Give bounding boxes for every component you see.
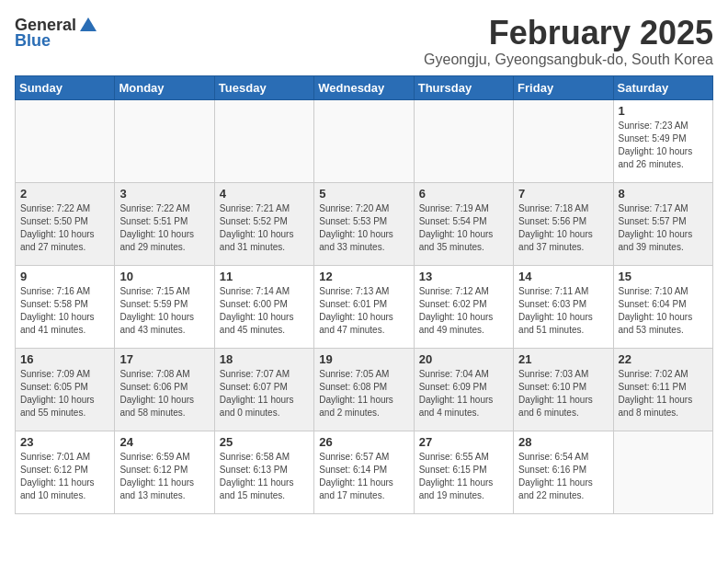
calendar-week-row: 1Sunrise: 7:23 AM Sunset: 5:49 PM Daylig… <box>16 99 713 182</box>
calendar-day-cell: 23Sunrise: 7:01 AM Sunset: 6:12 PM Dayli… <box>16 431 115 513</box>
calendar-week-row: 9Sunrise: 7:16 AM Sunset: 5:58 PM Daylig… <box>16 265 713 348</box>
calendar-day-cell: 21Sunrise: 7:03 AM Sunset: 6:10 PM Dayli… <box>514 348 613 431</box>
calendar-day-cell: 1Sunrise: 7:23 AM Sunset: 5:49 PM Daylig… <box>613 99 712 182</box>
day-info: Sunrise: 6:54 AM Sunset: 6:16 PM Dayligh… <box>518 451 608 502</box>
calendar-table: SundayMondayTuesdayWednesdayThursdayFrid… <box>15 75 713 514</box>
day-info: Sunrise: 7:01 AM Sunset: 6:12 PM Dayligh… <box>20 451 109 502</box>
day-number: 15 <box>619 270 708 283</box>
day-info: Sunrise: 7:02 AM Sunset: 6:11 PM Dayligh… <box>619 368 708 419</box>
location-subtitle: Gyeongju, Gyeongsangbuk-do, South Korea <box>424 52 713 68</box>
calendar-day-cell <box>414 99 513 182</box>
day-info: Sunrise: 7:09 AM Sunset: 6:05 PM Dayligh… <box>20 368 109 419</box>
logo-icon <box>78 15 98 35</box>
day-info: Sunrise: 7:16 AM Sunset: 5:58 PM Dayligh… <box>20 285 109 337</box>
day-info: Sunrise: 7:20 AM Sunset: 5:53 PM Dayligh… <box>319 202 408 254</box>
day-number: 13 <box>419 270 508 283</box>
day-number: 5 <box>319 187 408 201</box>
calendar-day-cell: 19Sunrise: 7:05 AM Sunset: 6:08 PM Dayli… <box>314 348 414 431</box>
calendar-day-cell <box>314 99 414 182</box>
calendar-day-cell: 24Sunrise: 6:59 AM Sunset: 6:12 PM Dayli… <box>115 431 214 513</box>
weekday-header-thursday: Thursday <box>414 75 513 99</box>
day-info: Sunrise: 7:23 AM Sunset: 5:49 PM Dayligh… <box>619 120 708 171</box>
day-number: 18 <box>220 352 309 366</box>
calendar-day-cell <box>115 99 214 182</box>
day-info: Sunrise: 7:18 AM Sunset: 5:56 PM Dayligh… <box>518 202 608 254</box>
page-header: General Blue February 2025 Gyeongju, Gye… <box>15 15 713 68</box>
calendar-day-cell: 28Sunrise: 6:54 AM Sunset: 6:16 PM Dayli… <box>514 431 613 513</box>
calendar-day-cell: 4Sunrise: 7:21 AM Sunset: 5:52 PM Daylig… <box>214 182 313 265</box>
day-number: 20 <box>419 352 508 366</box>
day-number: 4 <box>220 187 309 201</box>
calendar-day-cell: 10Sunrise: 7:15 AM Sunset: 5:59 PM Dayli… <box>115 265 214 348</box>
calendar-day-cell: 9Sunrise: 7:16 AM Sunset: 5:58 PM Daylig… <box>16 265 115 348</box>
day-number: 11 <box>220 270 309 283</box>
day-number: 19 <box>319 352 408 366</box>
calendar-day-cell: 6Sunrise: 7:19 AM Sunset: 5:54 PM Daylig… <box>414 182 513 265</box>
weekday-header-sunday: Sunday <box>16 75 115 99</box>
weekday-header-wednesday: Wednesday <box>314 75 414 99</box>
calendar-day-cell: 8Sunrise: 7:17 AM Sunset: 5:57 PM Daylig… <box>613 182 712 265</box>
logo-blue-text: Blue <box>15 31 51 51</box>
calendar-day-cell <box>613 431 712 513</box>
calendar-day-cell: 14Sunrise: 7:11 AM Sunset: 6:03 PM Dayli… <box>514 265 613 348</box>
calendar-day-cell: 3Sunrise: 7:22 AM Sunset: 5:51 PM Daylig… <box>115 182 214 265</box>
weekday-header-tuesday: Tuesday <box>214 75 313 99</box>
day-number: 22 <box>619 352 708 366</box>
weekday-header-friday: Friday <box>514 75 613 99</box>
day-info: Sunrise: 6:58 AM Sunset: 6:13 PM Dayligh… <box>220 451 309 502</box>
weekday-header-saturday: Saturday <box>613 75 712 99</box>
day-info: Sunrise: 6:59 AM Sunset: 6:12 PM Dayligh… <box>119 451 209 502</box>
calendar-day-cell: 13Sunrise: 7:12 AM Sunset: 6:02 PM Dayli… <box>414 265 513 348</box>
calendar-day-cell: 18Sunrise: 7:07 AM Sunset: 6:07 PM Dayli… <box>214 348 313 431</box>
day-info: Sunrise: 7:15 AM Sunset: 5:59 PM Dayligh… <box>119 285 209 337</box>
day-number: 14 <box>518 270 608 283</box>
calendar-day-cell: 11Sunrise: 7:14 AM Sunset: 6:00 PM Dayli… <box>214 265 313 348</box>
title-section: February 2025 Gyeongju, Gyeongsangbuk-do… <box>424 15 713 68</box>
day-info: Sunrise: 7:10 AM Sunset: 6:04 PM Dayligh… <box>619 285 708 337</box>
day-info: Sunrise: 7:17 AM Sunset: 5:57 PM Dayligh… <box>619 202 708 254</box>
day-number: 26 <box>319 435 408 449</box>
calendar-day-cell: 27Sunrise: 6:55 AM Sunset: 6:15 PM Dayli… <box>414 431 513 513</box>
day-info: Sunrise: 7:05 AM Sunset: 6:08 PM Dayligh… <box>319 368 408 419</box>
calendar-day-cell: 5Sunrise: 7:20 AM Sunset: 5:53 PM Daylig… <box>314 182 414 265</box>
logo: General Blue <box>15 15 98 51</box>
day-number: 28 <box>518 435 608 449</box>
calendar-week-row: 23Sunrise: 7:01 AM Sunset: 6:12 PM Dayli… <box>16 431 713 513</box>
day-info: Sunrise: 7:11 AM Sunset: 6:03 PM Dayligh… <box>518 285 608 337</box>
calendar-day-cell: 7Sunrise: 7:18 AM Sunset: 5:56 PM Daylig… <box>514 182 613 265</box>
calendar-day-cell: 26Sunrise: 6:57 AM Sunset: 6:14 PM Dayli… <box>314 431 414 513</box>
day-number: 7 <box>518 187 608 201</box>
day-number: 23 <box>20 435 109 449</box>
day-number: 6 <box>419 187 508 201</box>
day-number: 24 <box>119 435 209 449</box>
day-number: 1 <box>619 104 708 118</box>
calendar-day-cell: 20Sunrise: 7:04 AM Sunset: 6:09 PM Dayli… <box>414 348 513 431</box>
svg-marker-0 <box>80 17 97 31</box>
weekday-header-row: SundayMondayTuesdayWednesdayThursdayFrid… <box>16 75 713 99</box>
day-info: Sunrise: 7:03 AM Sunset: 6:10 PM Dayligh… <box>518 368 608 419</box>
calendar-week-row: 2Sunrise: 7:22 AM Sunset: 5:50 PM Daylig… <box>16 182 713 265</box>
day-info: Sunrise: 7:19 AM Sunset: 5:54 PM Dayligh… <box>419 202 508 254</box>
day-number: 12 <box>319 270 408 283</box>
day-number: 8 <box>619 187 708 201</box>
day-number: 16 <box>20 352 109 366</box>
calendar-day-cell: 22Sunrise: 7:02 AM Sunset: 6:11 PM Dayli… <box>613 348 712 431</box>
day-number: 9 <box>20 270 109 283</box>
day-info: Sunrise: 7:07 AM Sunset: 6:07 PM Dayligh… <box>220 368 309 419</box>
calendar-day-cell: 2Sunrise: 7:22 AM Sunset: 5:50 PM Daylig… <box>16 182 115 265</box>
calendar-day-cell <box>514 99 613 182</box>
calendar-day-cell <box>214 99 313 182</box>
day-number: 2 <box>20 187 109 201</box>
calendar-week-row: 16Sunrise: 7:09 AM Sunset: 6:05 PM Dayli… <box>16 348 713 431</box>
weekday-header-monday: Monday <box>115 75 214 99</box>
day-number: 21 <box>518 352 608 366</box>
day-info: Sunrise: 7:13 AM Sunset: 6:01 PM Dayligh… <box>319 285 408 337</box>
day-info: Sunrise: 7:21 AM Sunset: 5:52 PM Dayligh… <box>220 202 309 254</box>
calendar-day-cell: 17Sunrise: 7:08 AM Sunset: 6:06 PM Dayli… <box>115 348 214 431</box>
day-number: 27 <box>419 435 508 449</box>
day-info: Sunrise: 7:08 AM Sunset: 6:06 PM Dayligh… <box>119 368 209 419</box>
day-info: Sunrise: 6:55 AM Sunset: 6:15 PM Dayligh… <box>419 451 508 502</box>
day-info: Sunrise: 6:57 AM Sunset: 6:14 PM Dayligh… <box>319 451 408 502</box>
day-number: 25 <box>220 435 309 449</box>
calendar-day-cell: 25Sunrise: 6:58 AM Sunset: 6:13 PM Dayli… <box>214 431 313 513</box>
